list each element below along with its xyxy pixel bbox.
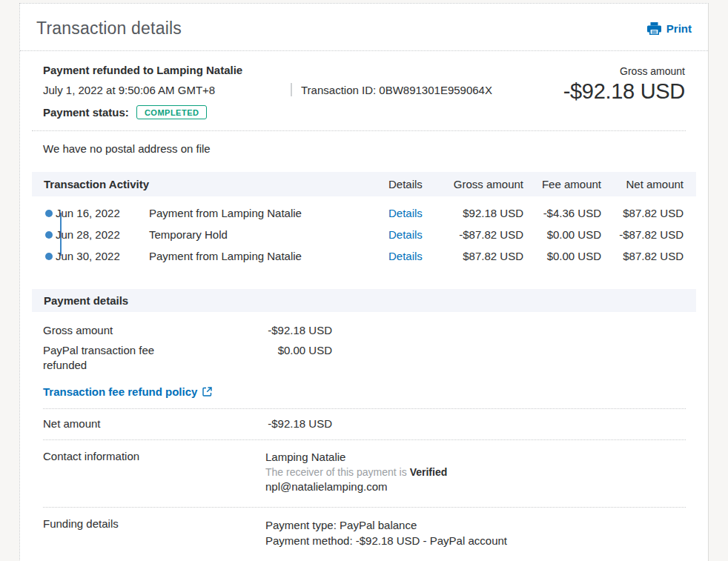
contact-email: npl@natalielamping.com bbox=[265, 479, 686, 494]
row-fee: $0.00 USD bbox=[523, 228, 601, 241]
row-fee: $0.00 USD bbox=[523, 250, 601, 262]
payment-details-section: Gross amount -$92.18 USD PayPal transact… bbox=[32, 312, 686, 561]
external-link-icon bbox=[202, 387, 212, 396]
row-fee: -$4.36 USD bbox=[523, 207, 601, 219]
column-header-gross: Gross amount bbox=[424, 178, 523, 190]
card-header: Transaction details Print bbox=[20, 4, 708, 50]
row-date: Jun 28, 2022 bbox=[56, 228, 149, 241]
details-link[interactable]: Details bbox=[388, 228, 424, 241]
row-date: Jun 30, 2022 bbox=[56, 250, 149, 262]
net-value: -$92.18 USD bbox=[265, 416, 332, 431]
row-gross: $92.18 USD bbox=[424, 207, 523, 219]
row-description: Payment from Lamping Natalie bbox=[149, 207, 388, 219]
fee-label: PayPal transaction fee refunded bbox=[43, 343, 173, 373]
payment-status-label: Payment status: bbox=[43, 106, 129, 119]
receiver-verification: The receiver of this payment isVerified bbox=[265, 465, 686, 479]
gross-amount-value: -$92.18 USD bbox=[563, 79, 685, 104]
row-net: -$87.82 USD bbox=[601, 228, 684, 241]
row-net: $87.82 USD bbox=[601, 250, 684, 262]
payment-details-title: Payment details bbox=[44, 294, 128, 307]
fee-value: $0.00 USD bbox=[265, 343, 332, 373]
row-description: Temporary Hold bbox=[149, 228, 388, 241]
contact-name: Lamping Natalie bbox=[265, 450, 686, 465]
column-header-details: Details bbox=[388, 178, 424, 190]
column-header-net: Net amount bbox=[601, 178, 684, 190]
transaction-date: July 1, 2022 at 9:50:06 AM GMT+8 bbox=[43, 84, 291, 96]
transaction-activity-header: Transaction Activity Details Gross amoun… bbox=[32, 172, 696, 196]
contact-information-row: Contact information Lamping Natalie The … bbox=[43, 440, 686, 507]
dateline: July 1, 2022 at 9:50:06 AM GMT+8 Transac… bbox=[43, 83, 492, 96]
activity-title: Transaction Activity bbox=[44, 178, 388, 190]
fee-refund-policy-link[interactable]: Transaction fee refund policy bbox=[43, 385, 686, 398]
row-description: Payment from Lamping Natalie bbox=[149, 250, 388, 262]
payment-details-header: Payment details bbox=[32, 289, 696, 312]
payment-method: Payment method: -$92.18 USD - PayPal acc… bbox=[265, 533, 686, 548]
timeline-dot-icon bbox=[45, 210, 53, 217]
transaction-id: Transaction ID: 0BW891301E959064X bbox=[301, 84, 492, 96]
policy-link-label: Transaction fee refund policy bbox=[43, 385, 197, 398]
transaction-details-card: Transaction details Print Payment refund… bbox=[19, 3, 709, 561]
gross-amount-block: Gross amount -$92.18 USD bbox=[563, 64, 685, 119]
gross-amount-label: Gross amount bbox=[563, 65, 685, 77]
timeline-dot-icon bbox=[45, 253, 53, 260]
contact-details: Lamping Natalie The receiver of this pay… bbox=[265, 450, 686, 494]
column-header-fee: Fee amount bbox=[523, 178, 601, 190]
gross-value: -$92.18 USD bbox=[265, 323, 332, 338]
row-date: Jun 16, 2022 bbox=[56, 207, 149, 219]
print-label: Print bbox=[666, 22, 692, 35]
gross-amount-row: Gross amount -$92.18 USD bbox=[43, 323, 686, 338]
payment-type: Payment type: PayPal balance bbox=[265, 517, 686, 533]
summary-section: Payment refunded to Lamping Natalie July… bbox=[20, 51, 708, 130]
status-badge: COMPLETED bbox=[136, 105, 208, 119]
funding-details-row: Funding details Payment type: PayPal bal… bbox=[43, 508, 686, 561]
activity-row: Jun 16, 2022 Payment from Lamping Natali… bbox=[44, 202, 684, 224]
printer-icon bbox=[647, 22, 661, 35]
contact-label: Contact information bbox=[43, 450, 265, 494]
payment-headline: Payment refunded to Lamping Natalie bbox=[43, 64, 492, 76]
timeline-dot-icon bbox=[45, 231, 53, 239]
vertical-separator bbox=[291, 83, 292, 96]
print-button[interactable]: Print bbox=[647, 22, 692, 35]
net-label: Net amount bbox=[43, 416, 265, 431]
activity-row: Jun 30, 2022 Payment from Lamping Natali… bbox=[44, 245, 684, 267]
net-amount-row: Net amount -$92.18 USD bbox=[43, 409, 686, 439]
gross-label: Gross amount bbox=[43, 323, 265, 338]
postal-address-note: We have no postal address on file bbox=[20, 131, 708, 172]
payment-status-row: Payment status: COMPLETED bbox=[43, 105, 492, 119]
fee-refund-row: PayPal transaction fee refunded $0.00 US… bbox=[43, 343, 686, 373]
details-link[interactable]: Details bbox=[388, 250, 424, 262]
row-gross: -$87.82 USD bbox=[424, 228, 523, 241]
funding-info: Payment type: PayPal balance Payment met… bbox=[265, 517, 686, 548]
summary-left: Payment refunded to Lamping Natalie July… bbox=[43, 64, 492, 119]
funding-label: Funding details bbox=[43, 517, 265, 548]
row-gross: $87.82 USD bbox=[424, 250, 523, 262]
verified-status: Verified bbox=[410, 466, 448, 478]
details-link[interactable]: Details bbox=[388, 207, 424, 219]
activity-rows: Jun 16, 2022 Payment from Lamping Natali… bbox=[32, 196, 696, 268]
row-net: $87.82 USD bbox=[601, 207, 684, 219]
page-title: Transaction details bbox=[36, 19, 182, 39]
activity-row: Jun 28, 2022 Temporary Hold Details -$87… bbox=[44, 224, 684, 245]
